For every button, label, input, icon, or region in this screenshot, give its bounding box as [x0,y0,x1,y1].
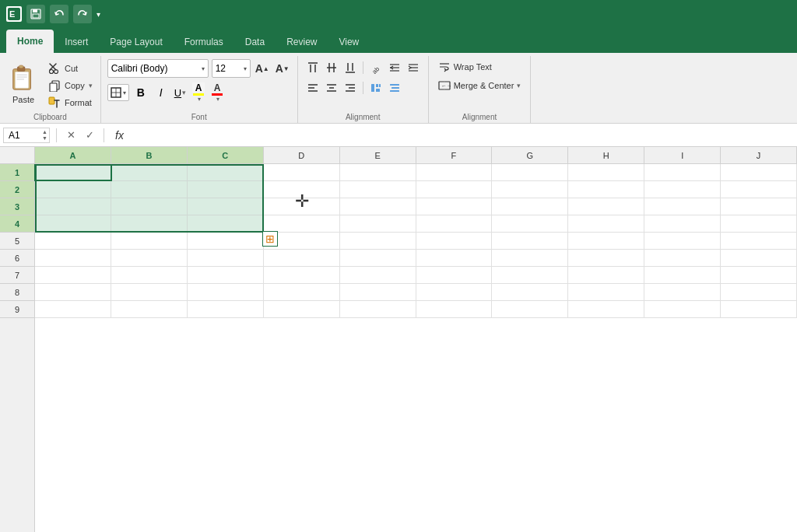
quick-access-more[interactable]: ▾ [97,10,100,19]
col-header-E[interactable]: E [340,147,416,163]
cell-F1[interactable] [416,164,493,180]
cell-B7[interactable] [111,267,188,283]
row-header-1[interactable]: 1 [0,164,34,181]
cell-C9[interactable] [188,301,264,317]
cell-H1[interactable] [568,164,644,180]
cell-F8[interactable] [416,284,493,300]
tab-data[interactable]: Data [234,31,276,53]
formula-input[interactable] [132,130,794,141]
paste-button[interactable]: Paste [5,59,42,110]
cell-I7[interactable] [644,267,721,283]
cell-G9[interactable] [492,301,568,317]
row-header-4[interactable]: 4 [0,215,34,233]
col-header-J[interactable]: J [721,147,797,163]
cell-J3[interactable] [721,198,797,215]
merge-center-button[interactable]: ←→ Merge & Center ▾ [435,78,525,93]
col-header-D[interactable]: D [264,147,340,163]
cell-B8[interactable] [111,284,188,300]
cell-E4[interactable] [340,215,416,232]
undo-button[interactable] [50,5,68,23]
cell-E3[interactable] [340,198,416,215]
redo-button[interactable] [73,5,92,23]
wrap-text-button[interactable]: Wrap Text [435,59,525,75]
cell-E6[interactable] [340,250,416,266]
cell-D1[interactable] [264,164,340,180]
cell-C4[interactable] [188,215,264,232]
cell-G3[interactable] [492,198,568,215]
row-header-7[interactable]: 7 [0,267,34,284]
tab-home[interactable]: Home [6,30,54,53]
col-header-I[interactable]: I [644,147,721,163]
cell-A2[interactable] [35,181,111,198]
row-header-6[interactable]: 6 [0,250,34,267]
cell-D6[interactable] [264,250,340,266]
increase-font-button[interactable]: A▲ [254,60,271,77]
cell-D2[interactable] [264,181,340,198]
tab-review[interactable]: Review [276,31,328,53]
col-header-H[interactable]: H [568,147,644,163]
tab-formulas[interactable]: Formulas [174,31,234,53]
cell-D4[interactable] [264,215,340,232]
cell-J2[interactable] [721,181,797,198]
cell-I2[interactable] [644,181,721,198]
align-right-button[interactable] [342,79,359,96]
col-header-C[interactable]: C [188,147,264,163]
cell-J7[interactable] [721,267,797,283]
cell-G6[interactable] [492,250,568,266]
cell-J1[interactable] [721,164,797,180]
cell-J8[interactable] [721,284,797,300]
cell-J6[interactable] [721,250,797,266]
cell-F5[interactable] [416,233,493,249]
highlight-color-button[interactable]: A ▾ [191,81,206,104]
col-header-F[interactable]: F [416,147,493,163]
cell-I6[interactable] [644,250,721,266]
cell-B5[interactable] [111,233,188,249]
cell-H6[interactable] [568,250,644,266]
cell-A5[interactable] [35,233,111,249]
cell-H7[interactable] [568,267,644,283]
decrease-indent-button[interactable] [367,79,384,96]
cell-G7[interactable] [492,267,568,283]
row-header-5[interactable]: 5 [0,233,34,250]
cell-F2[interactable] [416,181,493,198]
font-color-arrow[interactable]: ▾ [216,96,219,103]
borders-button[interactable]: ▾ [107,84,129,101]
cell-I9[interactable] [644,301,721,317]
cell-G2[interactable] [492,181,568,198]
indent-decrease-button[interactable] [386,59,403,76]
align-left-button[interactable] [304,79,321,96]
orientation-button[interactable]: ab [367,59,384,76]
cell-J5[interactable] [721,233,797,249]
cell-D3[interactable] [264,198,340,215]
cell-I3[interactable] [644,198,721,215]
quick-analysis-button[interactable]: ⊞ [262,231,278,247]
cell-C1[interactable] [188,164,264,180]
increase-indent-button[interactable] [386,79,403,96]
row-header-3[interactable]: 3 [0,198,34,215]
cell-H5[interactable] [568,233,644,249]
align-center-button[interactable] [323,79,340,96]
cell-A1[interactable] [35,164,111,180]
cell-A3[interactable] [35,198,111,215]
formula-cancel-button[interactable]: ✕ [63,128,79,143]
cell-reference-box[interactable]: A1 ▲ ▼ [3,128,50,143]
formula-confirm-button[interactable]: ✓ [82,128,97,143]
cell-H2[interactable] [568,181,644,198]
cell-I5[interactable] [644,233,721,249]
cell-C5[interactable] [188,233,264,249]
underline-arrow[interactable]: ▾ [182,89,186,96]
cell-E8[interactable] [340,284,416,300]
cell-I4[interactable] [644,215,721,232]
cell-H4[interactable] [568,215,644,232]
tab-view[interactable]: View [328,31,370,53]
tab-insert[interactable]: Insert [54,31,99,53]
cell-B4[interactable] [111,215,188,232]
col-header-A[interactable]: A [35,147,111,163]
cell-G8[interactable] [492,284,568,300]
font-color-button[interactable]: A ▾ [209,81,225,104]
cell-C6[interactable] [188,250,264,266]
cell-C3[interactable] [188,198,264,215]
cell-F6[interactable] [416,250,493,266]
cell-A6[interactable] [35,250,111,266]
cell-D7[interactable] [264,267,340,283]
